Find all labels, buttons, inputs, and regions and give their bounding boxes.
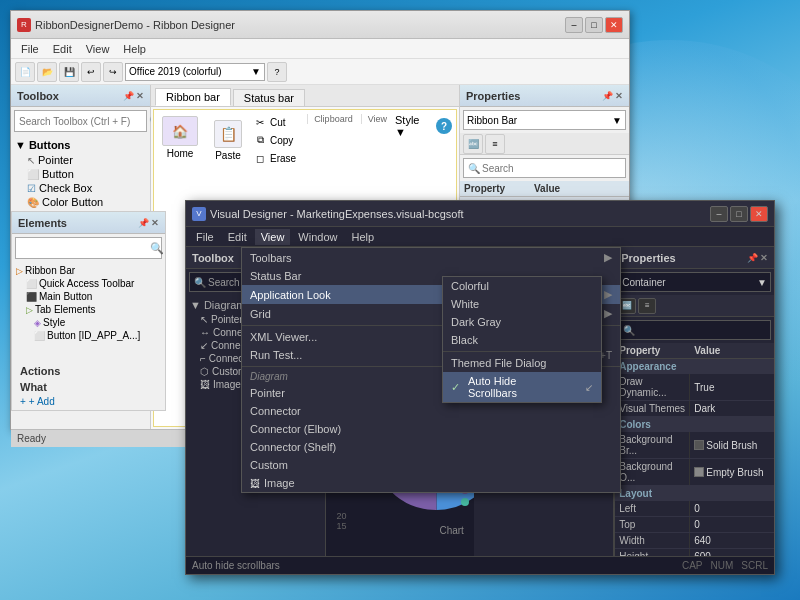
scissors-icon: ✂ (253, 115, 267, 129)
vd-menu-file[interactable]: File (190, 229, 220, 245)
pointer-icon: ↖ (27, 155, 35, 166)
elem-tab-elements[interactable]: ▷ Tab Elements (16, 303, 161, 316)
menu-help[interactable]: Help (117, 41, 152, 57)
properties-search[interactable]: 🔍 (463, 158, 626, 178)
dropdown-diag-conn-elbow[interactable]: Connector (Elbow) (242, 420, 620, 438)
toolbox-item-color-button[interactable]: 🎨 Color Button (15, 195, 146, 209)
vd-prop-search-input[interactable] (637, 325, 766, 336)
toolbox-search-box[interactable]: 🔍 (14, 110, 147, 132)
dropdown-diag-image[interactable]: 🖼 Image (242, 474, 620, 492)
vd-connector-elbow-icon: ↙ (200, 340, 208, 351)
prop-category-sort-button[interactable]: ≡ (485, 134, 505, 154)
vd-properties-title: Properties (621, 252, 675, 264)
dropdown-diag-connector[interactable]: Connector (242, 402, 620, 420)
elem-ribbon-bar[interactable]: ▷ Ribbon Bar (16, 264, 161, 277)
dropdown-toolbars[interactable]: Toolbars ▶ (242, 248, 620, 267)
home-label: Home (167, 148, 194, 159)
submenu-colorful[interactable]: Colorful (443, 277, 601, 295)
vd-minimize-button[interactable]: – (710, 206, 728, 222)
vd-props-pin[interactable]: 📌 (747, 253, 758, 263)
undo-button[interactable]: ↩ (81, 62, 101, 82)
status-bar-tab[interactable]: Status bar (233, 89, 305, 106)
vd-menu-view[interactable]: View (255, 229, 291, 245)
cap-indicator: CAP (682, 560, 703, 571)
submenu-dark-gray[interactable]: Dark Gray (443, 313, 601, 331)
toolbox-close-icon[interactable]: ✕ (136, 91, 144, 101)
add-action-button[interactable]: + + Add (16, 395, 161, 408)
elem-style[interactable]: ◈ Style (16, 316, 161, 329)
redo-button[interactable]: ↪ (103, 62, 123, 82)
toolbox-pin-icon[interactable]: 📌 (123, 91, 134, 101)
bg-brush-swatch (694, 440, 704, 450)
copy-button[interactable]: ⧉ Copy (250, 132, 299, 148)
menu-edit[interactable]: Edit (47, 41, 78, 57)
vd-prop-bg-overlay: Background O... Empty Brush (615, 459, 774, 486)
properties-pin-icon[interactable]: 📌 (602, 91, 613, 101)
submenu-white[interactable]: White (443, 295, 601, 313)
vd-menu-edit[interactable]: Edit (222, 229, 253, 245)
new-button[interactable]: 📄 (15, 62, 35, 82)
elements-close-icon[interactable]: ✕ (151, 218, 159, 228)
vd-app-icon: V (192, 207, 206, 221)
minimize-button[interactable]: – (565, 17, 583, 33)
vd-prop-col-prop: Property (615, 343, 690, 358)
elements-pin-icon[interactable]: 📌 (138, 218, 149, 228)
view-menu-dropdown: Toolbars ▶ Status Bar Application Look ▶… (241, 247, 621, 493)
ribbon-home-button[interactable]: 🏠 Home (158, 114, 202, 161)
vd-status-bar: Auto hide scrollbars CAP NUM SCRL (186, 556, 774, 574)
vd-prop-width: Width 640 (615, 533, 774, 549)
dropdown-diag-conn-shelf[interactable]: Connector (Shelf) (242, 438, 620, 456)
vd-layout-section: Layout (615, 486, 774, 501)
submenu-auto-hide[interactable]: Auto Hide Scrollbars ↙ (443, 372, 601, 402)
add-icon: + (20, 396, 26, 407)
properties-header: Properties 📌 ✕ (460, 85, 629, 107)
app-look-arrow: ▶ (604, 288, 612, 301)
toolbox-item-button[interactable]: ⬜ Button (15, 167, 146, 181)
prop-alpha-sort-button[interactable]: 🔤 (463, 134, 483, 154)
ribbon-bar-tab[interactable]: Ribbon bar (155, 88, 231, 106)
submenu-black[interactable]: Black (443, 331, 601, 349)
vd-props-close[interactable]: ✕ (760, 253, 768, 263)
vd-properties-toolbar: 🔤 ≡ (615, 295, 774, 317)
toolbox-buttons-header[interactable]: ▼ Buttons (15, 137, 146, 153)
menu-view[interactable]: View (80, 41, 116, 57)
help-icon[interactable]: ? (436, 118, 452, 134)
erase-button[interactable]: ◻ Erase (250, 150, 299, 166)
toolbox-item-checkbox[interactable]: ☑ Check Box (15, 181, 146, 195)
vd-maximize-button[interactable]: □ (730, 206, 748, 222)
help-button[interactable]: ? (267, 62, 287, 82)
vd-toolbox-title: Toolbox (192, 252, 234, 264)
legend-dot-3 (461, 498, 469, 506)
toolbox-item-pointer[interactable]: ↖ Pointer (15, 153, 146, 167)
properties-close-icon[interactable]: ✕ (615, 91, 623, 101)
elements-search-input[interactable] (20, 243, 147, 254)
expand-icon: ▼ (15, 139, 26, 151)
submenu-themed-file[interactable]: Themed File Dialog (443, 354, 601, 372)
elem-button-id[interactable]: ⬜ Button [ID_APP_A...] (16, 329, 161, 342)
submenu-sep (443, 351, 601, 352)
vd-properties-search[interactable]: 🔍 (618, 320, 771, 340)
elem-main-button[interactable]: ⬛ Main Button (16, 290, 161, 303)
ribbon-paste-button[interactable]: 📋 Paste (210, 118, 246, 163)
maximize-button[interactable]: □ (585, 17, 603, 33)
toolbox-search-input[interactable] (19, 116, 146, 127)
save-button[interactable]: 💾 (59, 62, 79, 82)
properties-object-combo[interactable]: Ribbon Bar ▼ (463, 110, 626, 130)
vd-status-text: Auto hide scrollbars (192, 560, 280, 571)
vd-prop-header: Property Value (615, 343, 774, 359)
vd-prop-sort-cat[interactable]: ≡ (638, 298, 656, 314)
vd-search-icon: 🔍 (194, 277, 206, 288)
vd-properties-combo[interactable]: Container ▼ (618, 272, 771, 292)
vd-close-button[interactable]: ✕ (750, 206, 768, 222)
elements-search[interactable]: 🔍 (15, 237, 162, 259)
elem-quick-access[interactable]: ⬜ Quick Access Toolbar (16, 277, 161, 290)
close-button[interactable]: ✕ (605, 17, 623, 33)
properties-search-input[interactable] (482, 163, 621, 174)
office-theme-combo[interactable]: Office 2019 (colorful) ▼ (125, 63, 265, 81)
vd-menu-window[interactable]: Window (292, 229, 343, 245)
vd-menu-help[interactable]: Help (345, 229, 380, 245)
open-button[interactable]: 📂 (37, 62, 57, 82)
cut-button[interactable]: ✂ Cut (250, 114, 299, 130)
menu-file[interactable]: File (15, 41, 45, 57)
dropdown-diag-custom[interactable]: Custom (242, 456, 620, 474)
